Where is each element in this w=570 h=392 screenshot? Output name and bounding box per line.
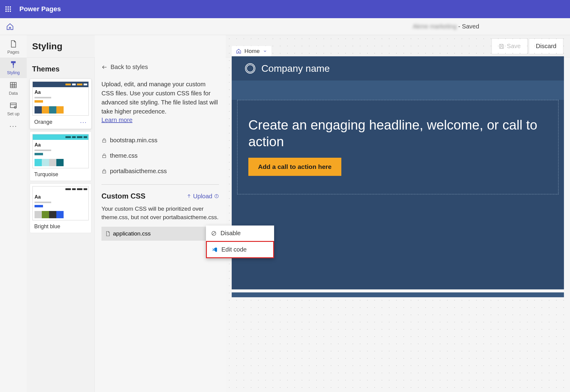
back-to-styles-link[interactable]: Back to styles [101, 64, 148, 71]
themes-panel: Themes Aa Orange ··· Aa Turq [27, 35, 95, 392]
lock-icon [101, 153, 107, 159]
svg-rect-11 [103, 155, 106, 158]
theme-preview: Aa [32, 81, 89, 116]
home-icon[interactable] [6, 23, 14, 31]
locked-css-list: bootstrap.min.csstheme.cssportalbasicthe… [101, 133, 219, 179]
svg-point-7 [14, 106, 16, 108]
preview-hero-section[interactable]: Create an engaging headline, welcome, or… [237, 100, 558, 194]
theme-preview: Aa [32, 186, 89, 220]
custom-css-description: Your custom CSS will be prioritized over… [101, 205, 219, 221]
custom-css-file[interactable]: application.css··· [101, 227, 219, 241]
theme-preview: Aa [32, 134, 89, 168]
site-save-status: Akme marketing - Saved [413, 23, 479, 30]
rail-item-setup[interactable]: Set up [0, 99, 27, 119]
left-nav-rail: Pages Styling Data Set up ··· [0, 35, 27, 392]
theme-list: Aa Orange ··· Aa Turquoise [27, 76, 94, 238]
rail-item-styling[interactable]: Styling [0, 58, 27, 78]
hero-headline: Create an engaging headline, welcome, or… [248, 117, 547, 150]
theme-name: Bright blue [34, 223, 60, 230]
theme-name: Orange [34, 119, 52, 125]
upload-icon [187, 194, 191, 199]
svg-rect-12 [103, 171, 106, 173]
disable-icon [211, 230, 217, 236]
theme-more-icon[interactable]: ··· [80, 119, 87, 126]
locked-css-file: bootstrap.min.css [101, 133, 219, 148]
theme-name: Turquoise [34, 171, 58, 178]
file-icon [105, 231, 111, 236]
svg-rect-0 [10, 82, 16, 87]
page-preview: Home Company name Create an engaging hea… [226, 35, 570, 392]
home-icon [236, 48, 241, 54]
rail-item-data[interactable]: Data [0, 78, 27, 99]
svg-rect-10 [103, 140, 106, 142]
learn-more-link[interactable]: Learn more [101, 117, 132, 124]
app-title: Power Pages [19, 5, 61, 13]
arrow-left-icon [101, 64, 108, 70]
info-icon [214, 194, 219, 199]
site-name: Akme marketing [413, 23, 457, 30]
chevron-down-icon [263, 49, 267, 53]
svg-point-16 [216, 195, 217, 195]
preview-footer-strip [232, 292, 564, 297]
app-launcher-icon[interactable] [5, 6, 11, 12]
css-panel: Back to styles Upload, edit, and manage … [95, 35, 226, 392]
preview-nav-band [232, 81, 564, 100]
locked-css-file: theme.css [101, 148, 219, 163]
vscode-icon [212, 247, 218, 253]
menu-item-edit-code[interactable]: Edit code [206, 241, 274, 258]
menu-item-disable[interactable]: Disable [206, 226, 274, 241]
css-panel-description: Upload, edit, and manage your custom CSS… [101, 80, 219, 116]
rail-more-icon[interactable]: ··· [9, 122, 17, 130]
svg-line-18 [212, 232, 215, 235]
logo-icon [245, 63, 255, 74]
upload-button[interactable]: Upload [187, 193, 219, 200]
preview-site-header: Company name [232, 56, 564, 81]
command-bar: Akme marketing - Saved [0, 18, 570, 35]
company-name: Company name [261, 63, 330, 74]
preview-canvas: Company name Create an engaging headline… [232, 56, 564, 289]
svg-rect-5 [10, 103, 16, 107]
theme-card[interactable]: Aa Orange ··· [30, 79, 91, 129]
theme-card[interactable]: Aa Turquoise [30, 131, 91, 181]
lock-icon [101, 138, 107, 143]
top-app-bar: Power Pages [0, 0, 570, 18]
context-menu: Disable Edit code [206, 226, 274, 258]
theme-card[interactable]: Aa Bright blue [30, 183, 91, 233]
custom-css-heading: Custom CSS [101, 192, 145, 200]
divider [101, 184, 219, 185]
themes-heading: Themes [27, 58, 94, 76]
lock-icon [101, 169, 107, 174]
page-title: Styling [32, 41, 62, 51]
rail-item-pages[interactable]: Pages [0, 37, 27, 58]
breadcrumb[interactable]: Home [232, 46, 271, 56]
locked-css-file: portalbasictheme.css [101, 163, 219, 179]
cta-button[interactable]: Add a call to action here [248, 158, 341, 176]
